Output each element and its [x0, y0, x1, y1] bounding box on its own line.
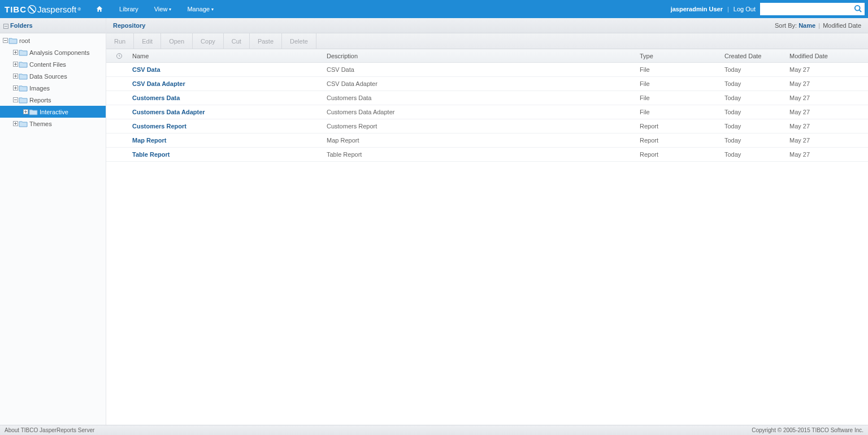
sort-modified[interactable]: Modified Date [823, 22, 861, 29]
table-row[interactable]: Customers DataCustomers DataFileTodayMay… [106, 91, 868, 105]
row-description: Table Report [327, 151, 640, 158]
folder-icon [19, 72, 28, 80]
row-created: Today [724, 137, 789, 144]
tree-label: Content Files [29, 61, 66, 68]
table-row[interactable]: Customers Data AdapterCustomers Data Ada… [106, 105, 868, 119]
about-link[interactable]: About TIBCO JasperReports Server [5, 427, 94, 433]
copy-button[interactable]: Copy [193, 33, 224, 49]
col-header-name[interactable]: Name [132, 53, 327, 59]
sidebar-title: Folders [10, 22, 33, 29]
tree-label: Reports [29, 97, 51, 104]
brand-mark-icon [28, 5, 36, 14]
nav-manage[interactable]: Manage▾ [179, 1, 222, 17]
folder-open-icon [8, 37, 18, 45]
logout-link[interactable]: Log Out [734, 6, 756, 12]
row-name[interactable]: Customers Data [132, 94, 327, 101]
folder-icon [19, 61, 28, 68]
tree-label: Interactive [40, 109, 68, 115]
svg-rect-22 [25, 110, 26, 113]
edit-button[interactable]: Edit [134, 33, 161, 49]
table-row[interactable]: Table ReportTable ReportReportTodayMay 2… [106, 148, 868, 162]
col-header-type[interactable]: Type [640, 53, 724, 59]
plus-icon [23, 109, 28, 114]
row-name[interactable]: Customers Report [132, 123, 327, 130]
row-created: Today [724, 94, 789, 101]
table-row[interactable]: Map ReportMap ReportReportTodayMay 27 [106, 133, 868, 148]
tree-root[interactable]: root [0, 35, 106, 46]
tree-images[interactable]: Images [0, 82, 106, 94]
chevron-down-icon: ▾ [211, 7, 214, 12]
col-header-modified[interactable]: Modified Date [789, 53, 868, 59]
search-input[interactable] [760, 3, 865, 15]
search-box [760, 3, 865, 15]
row-modified: May 27 [789, 151, 868, 158]
row-modified: May 27 [789, 109, 868, 115]
nav-home[interactable] [88, 1, 111, 18]
minus-icon [12, 97, 18, 102]
open-button[interactable]: Open [161, 33, 193, 49]
delete-button[interactable]: Delete [282, 33, 316, 49]
tree-data-sources[interactable]: Data Sources [0, 70, 106, 82]
table-row[interactable]: CSV Data AdapterCSV Data AdapterFileToda… [106, 77, 868, 91]
row-modified: May 27 [789, 123, 868, 130]
brand-logo: TIBC Jaspersoft® [0, 5, 88, 14]
col-header-created[interactable]: Created Date [724, 53, 789, 59]
table-row[interactable]: Customers ReportCustomers ReportReportTo… [106, 119, 868, 133]
table-row[interactable]: CSV DataCSV DataFileTodayMay 27 [106, 63, 868, 77]
plus-icon [12, 121, 18, 126]
nav-library[interactable]: Library [111, 1, 146, 17]
brand-part1: TIBC [5, 5, 27, 14]
row-name[interactable]: CSV Data Adapter [132, 80, 327, 87]
main-panel: Repository Sort By: Name | Modified Date… [106, 18, 868, 425]
row-description: Customers Report [327, 123, 640, 130]
tree-label: root [19, 37, 30, 44]
tree-themes[interactable]: Themes [0, 118, 106, 130]
tree-content-files[interactable]: Content Files [0, 58, 106, 70]
collapse-icon[interactable] [3, 23, 8, 28]
row-name[interactable]: Table Report [132, 151, 327, 158]
paste-button[interactable]: Paste [250, 33, 282, 49]
svg-point-1 [855, 6, 860, 11]
svg-rect-11 [15, 63, 16, 66]
col-header-description[interactable]: Description [327, 53, 640, 59]
row-description: Customers Data Adapter [327, 109, 640, 115]
page-title: Repository [113, 22, 145, 29]
sort-name[interactable]: Name [798, 22, 815, 29]
footer-bar: About TIBCO JasperReports Server Copyrig… [0, 425, 868, 435]
row-description: CSV Data [327, 66, 640, 73]
row-name[interactable]: Map Report [132, 137, 327, 144]
row-description: Map Report [327, 137, 640, 144]
plus-icon [12, 62, 18, 67]
folder-open-icon [19, 96, 28, 104]
chevron-down-icon: ▾ [169, 7, 171, 12]
sort-by: Sort By: Name | Modified Date [775, 22, 861, 29]
svg-rect-17 [15, 87, 16, 89]
row-type: File [640, 109, 724, 115]
row-created: Today [724, 66, 789, 73]
folder-icon [29, 108, 38, 116]
folder-icon [19, 49, 28, 57]
row-created: Today [724, 123, 789, 130]
run-button[interactable]: Run [106, 33, 134, 49]
row-name[interactable]: Customers Data Adapter [132, 109, 327, 115]
tree-label: Images [29, 85, 50, 92]
main-header: Repository Sort By: Name | Modified Date [106, 18, 868, 33]
svg-rect-5 [4, 40, 7, 41]
copyright-text: Copyright © 2005-2015 TIBCO Software Inc… [752, 427, 863, 433]
row-description: CSV Data Adapter [327, 80, 640, 87]
user-link[interactable]: jasperadmin User [671, 6, 723, 12]
row-type: Report [640, 123, 724, 130]
search-icon[interactable] [854, 5, 862, 14]
row-name[interactable]: CSV Data [132, 66, 327, 73]
row-type: Report [640, 151, 724, 158]
svg-rect-25 [15, 122, 16, 125]
cut-button[interactable]: Cut [224, 33, 250, 49]
row-type: File [640, 80, 724, 87]
tree-interactive[interactable]: Interactive [0, 106, 106, 118]
tree-reports[interactable]: Reports [0, 94, 106, 106]
row-modified: May 27 [789, 94, 868, 101]
sidebar: Folders root Analysis Components Content… [0, 18, 106, 425]
user-area: jasperadmin User | Log Out [671, 3, 868, 15]
nav-view[interactable]: View▾ [146, 1, 180, 17]
tree-analysis-components[interactable]: Analysis Components [0, 46, 106, 58]
